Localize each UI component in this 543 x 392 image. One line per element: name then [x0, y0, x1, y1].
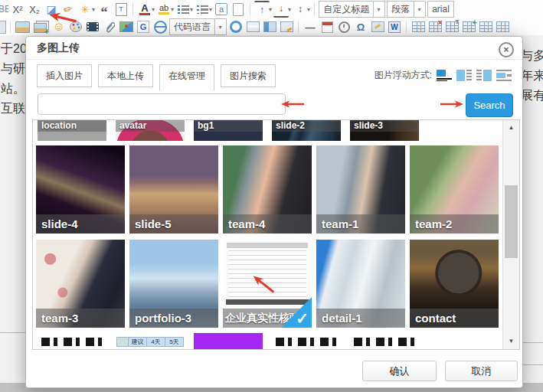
- gallery-item[interactable]: team-3: [36, 240, 125, 328]
- toolbar-row-2: + ☺ G 代码语言 ▾: [0, 18, 543, 35]
- scroll-down-icon[interactable]: ▼: [503, 334, 519, 349]
- gallery-item[interactable]: portfolio-3: [129, 240, 218, 328]
- thumbnail-label: slide-5: [129, 214, 218, 234]
- gallery-item[interactable]: bg1: [194, 120, 263, 141]
- paragraph-spacing-top-group[interactable]: ↑ ▾: [254, 1, 272, 18]
- unordered-list-icon[interactable]: [197, 5, 208, 14]
- insert-col-icon[interactable]: [478, 19, 493, 34]
- paragraph-spacing-bottom-group[interactable]: ↓ ▾: [273, 1, 291, 18]
- gallery-item[interactable]: [38, 333, 106, 350]
- font-color-icon[interactable]: A: [139, 3, 149, 15]
- code-language-select[interactable]: 代码语言 ▾: [169, 18, 227, 35]
- gallery-item[interactable]: location: [38, 120, 106, 141]
- gallery-item[interactable]: contact: [410, 240, 499, 328]
- insert-iframe-icon[interactable]: [152, 19, 168, 34]
- highlight-color-icon[interactable]: ab: [159, 4, 169, 15]
- custom-title-select[interactable]: 自定义标题 ▾: [319, 1, 385, 18]
- google-map-icon[interactable]: G: [136, 19, 151, 34]
- spacing-top-icon[interactable]: ↑: [254, 1, 270, 18]
- tab-online-manage[interactable]: 在线管理: [159, 64, 214, 90]
- float-none-icon[interactable]: [437, 70, 452, 81]
- insert-table-icon[interactable]: [411, 19, 426, 34]
- ordered-list-icon[interactable]: [178, 5, 189, 14]
- gallery-item[interactable]: [272, 333, 341, 350]
- page-break-icon[interactable]: [245, 19, 260, 34]
- highlight-group[interactable]: ab ▾: [156, 2, 174, 17]
- chevron-down-icon[interactable]: ▾: [218, 24, 221, 31]
- delete-table-icon[interactable]: [427, 19, 443, 34]
- insert-map-icon[interactable]: [119, 19, 134, 34]
- gallery-item[interactable]: team-1: [316, 145, 405, 234]
- line-height-group[interactable]: ↕ ▾: [293, 2, 310, 17]
- screenshot-icon[interactable]: [279, 19, 294, 34]
- gallery-item[interactable]: slide-4: [36, 145, 125, 234]
- scrollbar-thumb[interactable]: [505, 185, 518, 258]
- close-icon[interactable]: ×: [499, 42, 514, 57]
- mini-table-cell: 5天: [165, 337, 184, 347]
- insert-music-icon[interactable]: [370, 19, 385, 34]
- cancel-button[interactable]: 取消: [445, 361, 518, 381]
- gallery-item[interactable]: slide-3: [350, 120, 419, 141]
- attachment-icon[interactable]: [102, 19, 117, 34]
- float-right-icon[interactable]: [476, 70, 492, 81]
- word-image-icon[interactable]: W: [387, 19, 402, 34]
- unordered-list-group[interactable]: ▾: [195, 2, 212, 17]
- qr-code-shape: [41, 338, 103, 346]
- magic-wand-icon[interactable]: ✳: [77, 2, 93, 17]
- tab-image-search[interactable]: 图片搜索: [221, 64, 276, 87]
- multi-image-upload-icon[interactable]: +: [31, 19, 50, 34]
- paste-icon[interactable]: T: [113, 2, 129, 17]
- insert-date-icon[interactable]: [319, 19, 335, 34]
- scroll-up-icon[interactable]: ▲: [503, 120, 519, 136]
- blue-ring-shape: [230, 21, 242, 33]
- tab-insert-image[interactable]: 插入图片: [37, 64, 92, 87]
- gallery-item[interactable]: team-4: [223, 145, 312, 234]
- gallery-item[interactable]: detail-1: [316, 240, 405, 328]
- grid-scrollbar[interactable]: ▲ ▼: [502, 120, 519, 349]
- gallery-item[interactable]: slide-5: [129, 145, 218, 234]
- subscript-icon[interactable]: X₂: [27, 2, 42, 17]
- insert-time-icon[interactable]: [336, 19, 352, 34]
- insert-video-icon[interactable]: [85, 19, 100, 34]
- blockquote-icon[interactable]: “: [96, 1, 112, 18]
- paragraph-select-value: 段落: [388, 3, 414, 16]
- chevron-down-icon[interactable]: ▾: [378, 6, 381, 13]
- thumbnail-label: avatar: [116, 120, 185, 132]
- gallery-item[interactable]: 建议 4天 5天: [116, 333, 185, 350]
- search-button[interactable]: Search: [466, 93, 513, 117]
- gallery-item[interactable]: avatar: [116, 120, 185, 141]
- merge-cells-icon[interactable]: [461, 19, 476, 34]
- insert-image-icon[interactable]: [15, 19, 30, 34]
- spacing-bottom-icon[interactable]: ↓: [273, 1, 289, 18]
- image-grid: location avatar bg1 slide-2 slide-3 s: [32, 119, 520, 350]
- table-title-icon[interactable]: [444, 19, 460, 34]
- gallery-item[interactable]: [194, 333, 263, 350]
- horizontal-rule-icon[interactable]: —: [303, 19, 318, 34]
- thumbnail-image: [38, 333, 106, 350]
- new-page-icon[interactable]: [231, 2, 246, 17]
- insert-row-icon[interactable]: [495, 19, 510, 34]
- clock-shape: [339, 21, 350, 33]
- float-left-icon[interactable]: [456, 70, 472, 81]
- search-input[interactable]: [38, 93, 286, 115]
- special-chars-icon[interactable]: Ω: [353, 19, 368, 34]
- gallery-item[interactable]: [350, 333, 419, 350]
- gallery-item[interactable]: team-2: [410, 145, 499, 234]
- float-center-icon[interactable]: [496, 70, 512, 81]
- ordered-list-group[interactable]: ▾: [175, 2, 193, 17]
- line-height-icon[interactable]: ↕: [293, 2, 308, 17]
- toolbar-separator: [10, 21, 11, 33]
- superscript-icon[interactable]: X²: [10, 2, 25, 17]
- font-family-select[interactable]: arial: [427, 1, 454, 18]
- autotypeset-group[interactable]: ✳ ▾: [77, 2, 95, 17]
- tab-local-upload[interactable]: 本地上传: [98, 64, 153, 87]
- chevron-down-icon[interactable]: ▾: [418, 6, 421, 13]
- autotypeset-icon[interactable]: a: [214, 2, 229, 17]
- gallery-item-selected[interactable]: 企业真实性核验单 ✓: [223, 240, 312, 328]
- webapp-icon[interactable]: [228, 19, 244, 34]
- confirm-button[interactable]: 确认: [362, 361, 437, 381]
- template-icon[interactable]: [262, 19, 277, 34]
- paragraph-format-select[interactable]: 段落 ▾: [387, 1, 426, 18]
- gallery-item[interactable]: slide-2: [272, 120, 341, 141]
- font-color-group[interactable]: A ▾: [137, 2, 155, 17]
